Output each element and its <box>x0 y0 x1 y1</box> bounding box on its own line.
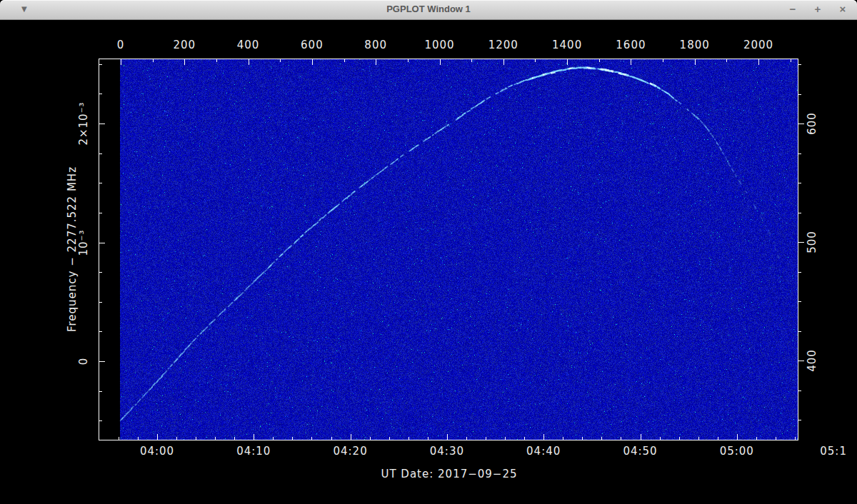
plot-frame <box>99 59 798 440</box>
right-axis-tick <box>798 242 804 243</box>
top-axis-tick <box>280 59 281 62</box>
left-axis-tick <box>99 361 105 362</box>
top-axis-tick-label: 400 <box>237 39 260 51</box>
right-axis-tick-label: 500 <box>806 231 818 253</box>
plot-area: 020040060080010001200140016001800200004:… <box>0 0 857 504</box>
bottom-axis-tick <box>157 434 158 440</box>
top-axis-tick-label: 2000 <box>743 39 773 51</box>
bottom-axis-tick <box>621 437 621 440</box>
bottom-axis-tick-label: 05:00 <box>720 445 754 458</box>
top-axis-tick <box>312 59 313 65</box>
bottom-axis-tick-label: 04:50 <box>623 445 657 458</box>
left-axis-tick <box>99 331 102 332</box>
bottom-axis-tick <box>795 437 796 440</box>
right-axis-tick-label: 600 <box>806 112 818 135</box>
top-axis-tick <box>758 59 759 65</box>
bottom-axis-tick <box>679 437 680 440</box>
x-axis-title: UT Date: 2017−09−25 <box>381 468 517 480</box>
bottom-axis-tick <box>524 437 525 440</box>
top-axis-tick <box>663 59 663 62</box>
bottom-axis-tick <box>176 437 177 440</box>
bottom-axis-tick-label: 04:30 <box>430 445 464 458</box>
bottom-axis-tick <box>737 434 738 440</box>
left-axis-tick <box>99 243 105 243</box>
top-axis-tick <box>216 59 217 62</box>
right-axis-tick <box>798 420 801 420</box>
left-axis-tick <box>99 302 102 303</box>
left-axis-tick <box>99 391 102 392</box>
left-axis-tick <box>99 272 102 273</box>
left-axis-tick <box>99 183 102 183</box>
bottom-axis-tick <box>776 437 776 440</box>
bottom-axis-tick-label: 04:00 <box>140 445 174 458</box>
top-axis-tick <box>791 59 791 62</box>
bottom-axis-tick <box>292 437 293 440</box>
left-axis-tick <box>99 124 105 124</box>
left-axis-tick <box>99 213 102 213</box>
right-axis-tick <box>798 94 801 95</box>
top-axis-tick <box>535 59 536 62</box>
bottom-axis-tick <box>273 437 274 440</box>
right-axis-tick <box>798 183 801 183</box>
bottom-axis-tick <box>409 437 409 440</box>
top-axis-tick-label: 1800 <box>680 39 710 51</box>
right-axis-tick <box>798 272 801 273</box>
bottom-axis-tick-label: 04:20 <box>333 445 367 458</box>
right-axis-tick <box>798 213 801 213</box>
bottom-axis-tick <box>215 437 216 440</box>
right-axis-tick <box>798 124 804 124</box>
top-axis-tick-label: 1400 <box>552 39 582 51</box>
bottom-axis-tick-label: 05:1 <box>820 445 847 458</box>
left-axis-tick <box>99 420 102 421</box>
bottom-axis-tick <box>351 434 351 440</box>
top-axis-tick <box>631 59 631 65</box>
bottom-axis-tick-label: 04:10 <box>236 445 271 458</box>
top-axis-tick <box>376 59 376 65</box>
bottom-axis-tick <box>466 437 467 440</box>
bottom-axis-tick <box>756 437 757 440</box>
top-axis-tick <box>599 59 600 62</box>
bottom-axis-tick <box>505 437 506 440</box>
left-axis-tick <box>99 153 102 154</box>
bottom-axis-tick <box>486 437 486 440</box>
bottom-axis-tick <box>370 437 371 440</box>
top-axis-tick-label: 800 <box>364 39 387 51</box>
left-axis-tick <box>99 94 102 94</box>
left-axis-tick-label: 0 <box>77 358 90 366</box>
bottom-axis-tick <box>641 434 641 440</box>
right-axis-tick <box>798 390 801 391</box>
top-axis-tick <box>471 59 472 62</box>
y-axis-title: Frequency − 2277.522 MHz <box>66 166 79 332</box>
left-axis-tick <box>99 64 102 65</box>
right-axis-tick <box>798 64 801 65</box>
bottom-axis-tick <box>582 437 583 440</box>
top-axis-tick-label: 1600 <box>616 39 646 51</box>
top-axis-tick-label: 200 <box>173 39 196 51</box>
right-axis-tick <box>798 153 801 154</box>
right-axis-tick-label: 400 <box>806 349 818 372</box>
left-axis-tick-label: 10⁻³ <box>77 229 90 256</box>
top-axis-tick-label: 1000 <box>424 39 454 51</box>
top-axis-tick <box>726 59 727 62</box>
right-axis-tick <box>798 361 804 361</box>
top-axis-tick <box>503 59 504 65</box>
top-axis-tick <box>695 59 696 65</box>
bottom-axis-tick <box>119 437 119 440</box>
top-axis-tick <box>121 59 121 65</box>
bottom-axis-tick <box>234 437 235 440</box>
bottom-axis-tick <box>196 437 196 440</box>
top-axis-tick-label: 1200 <box>488 39 518 51</box>
bottom-axis-tick <box>447 434 448 440</box>
bottom-axis-tick <box>389 437 390 440</box>
top-axis-tick <box>153 59 154 62</box>
top-axis-tick <box>249 59 249 65</box>
bottom-axis-tick <box>331 437 332 440</box>
bottom-axis-tick <box>698 437 699 440</box>
bottom-axis-tick <box>254 434 254 440</box>
bottom-axis-tick-label: 04:40 <box>526 445 561 458</box>
top-axis-tick <box>408 59 409 62</box>
bottom-axis-tick <box>543 434 544 440</box>
bottom-axis-tick <box>138 437 139 440</box>
pgplot-window: ▼ PGPLOT Window 1 − + × 0200400600800100… <box>0 0 857 504</box>
top-axis-tick <box>344 59 345 62</box>
